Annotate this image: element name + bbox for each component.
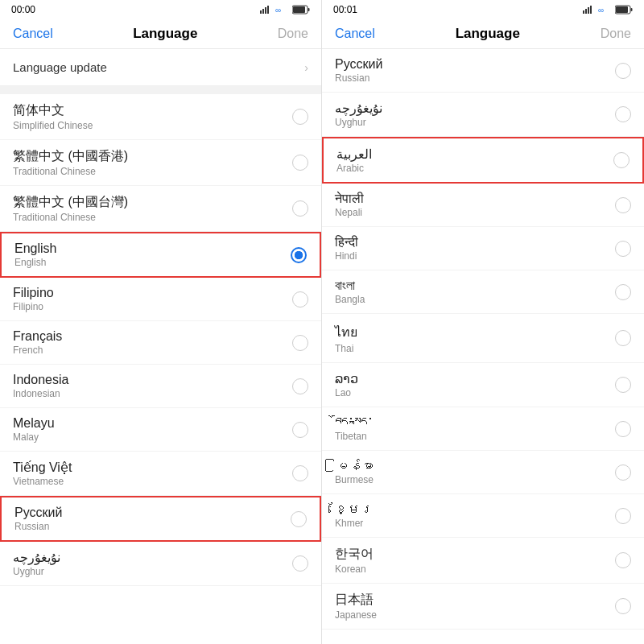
radio-malay[interactable] bbox=[292, 422, 308, 438]
nav-bar-left: Cancel Language Done bbox=[0, 19, 321, 49]
lang-native-uyghur: نۇيغۇرچە bbox=[13, 550, 60, 565]
lang-item-simplified-chinese[interactable]: 简体中文Simplified Chinese bbox=[0, 94, 321, 140]
lang-item-burmese[interactable]: မြန်မာBurmese bbox=[322, 451, 644, 494]
radio-french[interactable] bbox=[292, 335, 308, 351]
radio-indonesia[interactable] bbox=[292, 378, 308, 394]
lang-native-traditional-chinese-hk: 繁體中文 (中國香港) bbox=[13, 148, 128, 165]
cancel-button-right[interactable]: Cancel bbox=[335, 27, 375, 41]
lang-item-russian[interactable]: РусскийRussian bbox=[0, 496, 321, 542]
radio-khmer[interactable] bbox=[615, 508, 631, 524]
lang-item-traditional-chinese-hk[interactable]: 繁體中文 (中國香港)Traditional Chinese bbox=[0, 140, 321, 186]
lang-english-korean: Korean bbox=[335, 564, 374, 575]
lang-item-tibetan[interactable]: བོད་སྐད་Tibetan bbox=[322, 407, 644, 451]
radio-hindi[interactable] bbox=[615, 241, 631, 257]
lang-native-thai: ไทย bbox=[335, 322, 357, 342]
lang-item-traditional-chinese-tw[interactable]: 繁體中文 (中國台灣)Traditional Chinese bbox=[0, 186, 321, 232]
radio-korean[interactable] bbox=[615, 552, 631, 568]
radio-bangla[interactable] bbox=[615, 284, 631, 300]
lang-native-tibetan: བོད་སྐད་ bbox=[335, 415, 374, 430]
lang-item-french[interactable]: FrançaisFrench bbox=[0, 321, 321, 365]
lang-native-nepali: नेपाली bbox=[335, 192, 364, 206]
svg-rect-11 bbox=[590, 6, 592, 14]
signal-icon-r bbox=[583, 6, 594, 14]
done-button-right[interactable]: Done bbox=[601, 27, 631, 41]
radio-japanese[interactable] bbox=[615, 598, 631, 614]
radio-uyghur[interactable] bbox=[292, 555, 308, 572]
lang-item-hindi[interactable]: हिन्दीHindi bbox=[322, 227, 644, 270]
lang-english-russian-r: Russian bbox=[335, 72, 382, 84]
radio-uyghur-r[interactable] bbox=[615, 106, 631, 122]
lang-item-thai[interactable]: ไทยThai bbox=[322, 314, 644, 363]
lang-item-bangla[interactable]: বাংলাBangla bbox=[322, 270, 644, 314]
lang-item-arabic[interactable]: العربيةArabic bbox=[322, 137, 644, 184]
done-button-left[interactable]: Done bbox=[278, 27, 308, 41]
lang-native-burmese: မြန်မာ bbox=[335, 459, 374, 473]
lang-native-khmer: ខ្មែរ bbox=[335, 502, 374, 517]
language-list-left: 简体中文Simplified Chinese繁體中文 (中國香港)Traditi… bbox=[0, 94, 321, 644]
lang-item-filipino[interactable]: FilipinoFilipino bbox=[0, 278, 321, 321]
radio-tibetan[interactable] bbox=[615, 421, 631, 437]
signal-icon bbox=[260, 6, 271, 14]
infinity-icon: ∞ bbox=[275, 6, 288, 14]
radio-russian[interactable] bbox=[291, 511, 307, 527]
lang-item-vietnamese[interactable]: Tiếng ViệtVietnamese bbox=[0, 452, 321, 496]
radio-lao[interactable] bbox=[615, 377, 631, 393]
lang-item-khmer[interactable]: ខ្មែរKhmer bbox=[322, 494, 644, 538]
svg-rect-1 bbox=[262, 9, 264, 14]
lang-english-indonesia: Indonesian bbox=[13, 388, 68, 399]
lang-english-english: English bbox=[14, 257, 56, 268]
lang-native-arabic: العربية bbox=[336, 147, 372, 162]
lang-item-malay[interactable]: MelayuMalay bbox=[0, 408, 321, 452]
lang-english-uyghur: Uyghur bbox=[13, 566, 60, 577]
lang-native-english: English bbox=[14, 242, 56, 256]
language-update-row[interactable]: Language update › bbox=[0, 49, 321, 86]
radio-english[interactable] bbox=[291, 247, 307, 263]
svg-rect-9 bbox=[585, 9, 587, 14]
radio-thai[interactable] bbox=[615, 330, 631, 346]
page-title-right: Language bbox=[456, 26, 520, 42]
radio-burmese[interactable] bbox=[615, 464, 631, 481]
lang-item-indonesia[interactable]: IndonesiaIndonesian bbox=[0, 365, 321, 408]
lang-item-lao[interactable]: ລາວLao bbox=[322, 363, 644, 407]
lang-item-nepali[interactable]: नेपालीNepali bbox=[322, 184, 644, 227]
lang-english-traditional-chinese-hk: Traditional Chinese bbox=[13, 166, 128, 177]
svg-rect-0 bbox=[260, 10, 262, 14]
lang-english-khmer: Khmer bbox=[335, 518, 374, 529]
cancel-button-left[interactable]: Cancel bbox=[13, 27, 53, 41]
lang-item-korean[interactable]: 한국어Korean bbox=[322, 538, 644, 584]
lang-item-english[interactable]: EnglishEnglish bbox=[0, 232, 321, 278]
radio-arabic[interactable] bbox=[613, 152, 630, 168]
svg-rect-7 bbox=[293, 6, 305, 13]
lang-item-uyghur-r[interactable]: نۇيغۇرچەUyghur bbox=[322, 93, 644, 137]
radio-russian-r[interactable] bbox=[615, 63, 631, 79]
radio-nepali[interactable] bbox=[615, 197, 631, 213]
lang-english-nepali: Nepali bbox=[335, 207, 364, 218]
lang-item-uyghur[interactable]: نۇيغۇرچەUyghur bbox=[0, 542, 321, 586]
lang-item-russian-r[interactable]: РусскийRussian bbox=[322, 49, 644, 93]
battery-icon-r bbox=[615, 5, 633, 14]
language-list-right: РусскийRussianنۇيغۇرچەUyghurالعربيةArabi… bbox=[322, 49, 644, 644]
lang-native-french: Français bbox=[13, 329, 62, 344]
lang-english-french: French bbox=[13, 345, 62, 356]
status-bar-right: 00:01 ∞ bbox=[322, 0, 644, 19]
page-title-left: Language bbox=[133, 26, 197, 42]
language-update-label: Language update bbox=[13, 60, 107, 74]
divider-left bbox=[0, 86, 321, 94]
lang-native-uyghur-r: نۇيغۇرچە bbox=[335, 101, 382, 116]
svg-rect-8 bbox=[583, 10, 584, 14]
radio-vietnamese[interactable] bbox=[292, 465, 308, 481]
lang-item-japanese[interactable]: 日本語Japanese bbox=[322, 584, 644, 630]
svg-rect-10 bbox=[588, 7, 589, 14]
lang-native-bangla: বাংলা bbox=[335, 279, 365, 293]
radio-simplified-chinese[interactable] bbox=[292, 109, 308, 125]
lang-native-simplified-chinese: 简体中文 bbox=[13, 102, 93, 119]
lang-english-lao: Lao bbox=[335, 387, 358, 398]
status-bar-left: 00:00 ∞ bbox=[0, 0, 321, 19]
svg-rect-3 bbox=[267, 6, 269, 14]
radio-traditional-chinese-tw[interactable] bbox=[292, 200, 308, 217]
radio-filipino[interactable] bbox=[292, 291, 308, 308]
lang-english-tibetan: Tibetan bbox=[335, 431, 374, 442]
lang-native-traditional-chinese-tw: 繁體中文 (中國台灣) bbox=[13, 194, 128, 211]
radio-traditional-chinese-hk[interactable] bbox=[292, 155, 308, 171]
lang-english-uyghur-r: Uyghur bbox=[335, 117, 382, 128]
